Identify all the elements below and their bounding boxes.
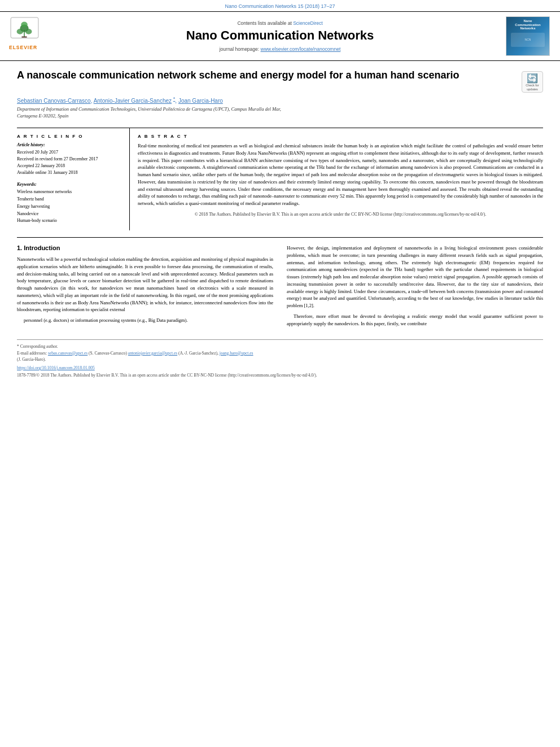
check-updates-icon: 🔄 [527, 73, 538, 84]
article-info-abstract-section: A R T I C L E I N F O Article history: R… [17, 128, 543, 230]
svg-point-5 [21, 22, 28, 28]
intro-para-3: However, the design, implementation and … [287, 244, 543, 309]
journal-cover-title: NanoCommunicationNetworks [515, 19, 540, 30]
contents-available: Contents lists available at ScienceDirec… [237, 20, 322, 26]
journal-title-main: Nano Communication Networks [186, 28, 374, 43]
accepted-date: Accepted 22 January 2018 [17, 163, 121, 169]
affiliation: Department of Information and Communicat… [17, 106, 543, 120]
affiliation-line1: Department of Information and Communicat… [17, 106, 543, 113]
check-for-updates-widget: 🔄 Check forupdates [522, 71, 543, 93]
doi-line: https://doi.org/10.1016/j.nancom.2018.01… [17, 365, 543, 371]
journal-top-bar-text: Nano Communication Networks 15 (2018) 17… [225, 3, 335, 9]
sciencedirect-link[interactable]: ScienceDirect [293, 20, 322, 26]
intro-para-1: Nanonetworks will be a powerful technolo… [17, 256, 273, 313]
available-date: Available online 31 January 2018 [17, 169, 121, 176]
svg-rect-6 [21, 37, 27, 38]
revised-date: Received in revised form 27 December 201… [17, 156, 121, 163]
intro-para-2: personnel (e.g. doctors) or information … [17, 317, 273, 324]
article-title: A nanoscale communication network scheme… [17, 69, 543, 82]
main-content: 🔄 Check forupdates A nanoscale communica… [0, 61, 560, 390]
elsevier-logo-container: ELSEVIER [7, 16, 58, 56]
abstract-column: A B S T R A C T Real-time monitoring of … [130, 128, 543, 230]
introduction-section: 1. Introduction Nanonetworks will be a p… [17, 244, 543, 330]
keyword-4: Nanodevice [17, 211, 121, 218]
email-2[interactable]: antoniojavier.garcia@upct.es [128, 351, 177, 356]
received-date: Received 20 July 2017 [17, 149, 121, 156]
check-updates-box[interactable]: 🔄 Check forupdates [522, 71, 543, 93]
article-info-column: A R T I C L E I N F O Article history: R… [17, 128, 130, 230]
header-center: Contents lists available at ScienceDirec… [58, 16, 502, 56]
svg-point-3 [17, 29, 24, 34]
author-2[interactable]: Antonio-Javier Garcia-Sanchez [94, 98, 172, 104]
svg-point-4 [25, 29, 32, 34]
check-updates-label: Check forupdates [526, 84, 539, 90]
corresponding-asterisk: * [173, 96, 176, 102]
abstract-text: Real-time monitoring of medical test par… [138, 142, 543, 207]
affiliation-line2: Cartagena E-30202, Spain [17, 113, 543, 120]
keyword-5: Human-body scenario [17, 217, 121, 225]
elsevier-tree-icon [9, 16, 40, 43]
email-footnote: E-mail addresses: sebas.canovas@upct.es … [17, 350, 543, 356]
intro-right-column: However, the design, implementation and … [287, 244, 543, 330]
intro-heading: 1. Introduction [17, 244, 273, 251]
doi-link[interactable]: https://doi.org/10.1016/j.nancom.2018.01… [17, 365, 95, 370]
author-3[interactable]: Joan Garcia-Haro [178, 98, 223, 104]
keyword-2: Terahertz band [17, 196, 121, 203]
keyword-3: Energy harvesting [17, 203, 121, 211]
journal-cover-thumbnail: NanoCommunicationNetworks NCN [506, 16, 550, 56]
header-right: NanoCommunicationNetworks NCN [502, 16, 553, 56]
keywords-heading: Keywords: [17, 182, 121, 187]
keywords-list: Wireless nanosensor networks Terahertz b… [17, 189, 121, 225]
email-3-name-line: (J. Garcia-Haro). [17, 356, 543, 362]
copyright-text: © 2018 The Authors. Published by Elsevie… [138, 212, 543, 218]
keyword-1: Wireless nanosensor networks [17, 189, 121, 196]
intro-para-4: Therefore, more effort must be devoted t… [287, 313, 543, 327]
email-1[interactable]: sebas.canovas@upct.es [48, 351, 88, 356]
intro-body-right: However, the design, implementation and … [287, 244, 543, 327]
abstract-heading: A B S T R A C T [138, 134, 543, 139]
journal-homepage: journal homepage: www.elsevier.com/locat… [220, 46, 341, 52]
elsevier-logo-box: ELSEVIER [9, 16, 55, 56]
header-area: ELSEVIER Contents lists available at Sci… [0, 11, 560, 61]
section-divider [17, 237, 543, 238]
journal-top-bar: Nano Communication Networks 15 (2018) 17… [0, 0, 560, 11]
page: Nano Communication Networks 15 (2018) 17… [0, 0, 560, 747]
journal-homepage-url[interactable]: www.elsevier.com/locate/nanocomnet [261, 46, 341, 52]
email-3[interactable]: joang.haro@upct.es [220, 351, 253, 356]
issn-line: 1878-7789/© 2018 The Authors. Published … [17, 372, 543, 378]
elsevier-text: ELSEVIER [9, 45, 37, 50]
intro-left-column: 1. Introduction Nanonetworks will be a p… [17, 244, 273, 330]
authors-line: Sebastian Canovas-Carrasco, Antonio-Javi… [17, 96, 543, 104]
author-1[interactable]: Sebastian Canovas-Carrasco [17, 98, 91, 104]
cover-decoration: NCN [525, 38, 531, 41]
article-history-heading: Article history: [17, 142, 121, 147]
page-footer: * Corresponding author. E-mail addresses… [17, 339, 543, 378]
email-2-name: (A.-J. Garcia-Sanchez), [178, 351, 218, 356]
email-1-name: (S. Canovas-Carrasco) [89, 351, 127, 356]
article-info-heading: A R T I C L E I N F O [17, 134, 121, 139]
intro-body-left: Nanonetworks will be a powerful technolo… [17, 256, 273, 324]
corresponding-footnote: * Corresponding author. [17, 343, 543, 350]
